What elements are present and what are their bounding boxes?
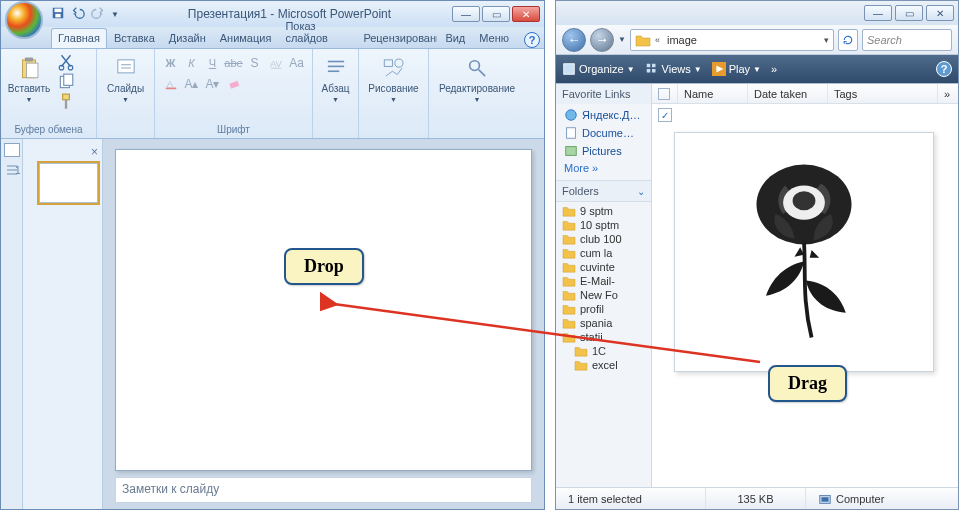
redo-icon[interactable] bbox=[91, 6, 105, 22]
play-button[interactable]: Play▼ bbox=[712, 62, 761, 76]
slide-canvas[interactable] bbox=[115, 149, 532, 471]
breadcrumb-item[interactable]: image bbox=[664, 34, 700, 46]
ex-minimize-button[interactable]: ― bbox=[864, 5, 892, 21]
folder-item[interactable]: excel bbox=[556, 358, 651, 372]
file-list[interactable]: ✓ bbox=[652, 104, 958, 487]
tab-menu[interactable]: Меню bbox=[472, 28, 516, 48]
drop-callout: Drop bbox=[284, 248, 364, 285]
close-button[interactable]: ✕ bbox=[512, 6, 540, 22]
folder-item[interactable]: 9 sptm bbox=[556, 204, 651, 218]
tab-review[interactable]: Рецензировани bbox=[356, 28, 438, 48]
folder-item[interactable]: cum la bbox=[556, 246, 651, 260]
slide-thumbnail[interactable] bbox=[39, 163, 98, 203]
favorites-more[interactable]: More » bbox=[556, 160, 651, 176]
favorite-link[interactable]: Яндекс.Д… bbox=[556, 106, 651, 124]
office-button[interactable] bbox=[5, 1, 43, 39]
bold-icon[interactable]: Ж bbox=[161, 53, 181, 73]
folder-item[interactable]: spania bbox=[556, 316, 651, 330]
favorite-link[interactable]: Pictures bbox=[556, 142, 651, 160]
editing-button[interactable]: Редактирование ▼ bbox=[433, 53, 521, 105]
notes-pane[interactable]: Заметки к слайду bbox=[115, 477, 532, 503]
help-icon[interactable]: ? bbox=[936, 61, 952, 77]
views-button[interactable]: Views▼ bbox=[645, 62, 702, 76]
folder-item[interactable]: profil bbox=[556, 302, 651, 316]
paste-button[interactable]: Вставить ▼ bbox=[5, 53, 53, 105]
tab-insert[interactable]: Вставка bbox=[107, 28, 162, 48]
underline-icon[interactable]: Ч bbox=[203, 53, 223, 73]
favorite-link[interactable]: Docume… bbox=[556, 124, 651, 142]
slides-tab-icon[interactable] bbox=[4, 143, 20, 157]
svg-point-23 bbox=[394, 59, 402, 67]
more-cols[interactable]: » bbox=[938, 84, 958, 103]
fontcolor-icon[interactable]: A bbox=[161, 74, 181, 94]
folder-item[interactable]: New Fo bbox=[556, 288, 651, 302]
svg-rect-33 bbox=[652, 69, 656, 73]
folder-item[interactable]: 1C bbox=[556, 344, 651, 358]
maximize-button[interactable]: ▭ bbox=[482, 6, 510, 22]
tab-home[interactable]: Главная bbox=[51, 28, 107, 48]
shrink-font-icon[interactable]: A▾ bbox=[203, 74, 223, 94]
folder-item[interactable]: 10 sptm bbox=[556, 218, 651, 232]
drawing-button[interactable]: Рисование ▼ bbox=[370, 53, 418, 105]
undo-icon[interactable] bbox=[71, 6, 85, 22]
slides-button[interactable]: Слайды ▼ bbox=[102, 53, 150, 105]
cut-icon[interactable] bbox=[57, 53, 75, 71]
forward-button[interactable]: → bbox=[590, 28, 614, 52]
folder-icon bbox=[635, 33, 651, 47]
strike-icon[interactable]: abe bbox=[224, 53, 244, 73]
col-checkbox[interactable] bbox=[652, 84, 678, 103]
shadow-icon[interactable]: S bbox=[245, 53, 265, 73]
refresh-button[interactable] bbox=[838, 29, 858, 51]
paragraph-button[interactable]: Абзац ▼ bbox=[317, 53, 354, 105]
minimize-button[interactable]: ― bbox=[452, 6, 480, 22]
status-bar: 1 item selected 135 KB Computer bbox=[556, 487, 958, 509]
folders-header[interactable]: Folders⌄ bbox=[556, 180, 651, 202]
grow-font-icon[interactable]: A▴ bbox=[182, 74, 202, 94]
tab-view[interactable]: Вид bbox=[438, 28, 472, 48]
ex-sidebar: Favorite Links Яндекс.Д… Docume… Picture… bbox=[556, 84, 652, 487]
close-pane-button[interactable]: × bbox=[27, 145, 98, 159]
col-date[interactable]: Date taken bbox=[748, 84, 828, 103]
file-checkbox[interactable]: ✓ bbox=[658, 108, 672, 122]
col-tags[interactable]: Tags bbox=[828, 84, 938, 103]
clear-format-icon[interactable] bbox=[224, 74, 244, 94]
status-location: Computer bbox=[806, 488, 958, 509]
quick-access-toolbar: ▼ bbox=[51, 6, 119, 22]
chevron-down-icon: ▼ bbox=[474, 96, 481, 103]
tab-design[interactable]: Дизайн bbox=[162, 28, 213, 48]
history-dropdown-icon[interactable]: ▼ bbox=[618, 35, 626, 44]
toolbar-more-button[interactable]: » bbox=[771, 63, 777, 75]
folder-item[interactable]: statii bbox=[556, 330, 651, 344]
ex-close-button[interactable]: ✕ bbox=[926, 5, 954, 21]
help-icon[interactable]: ? bbox=[524, 32, 540, 48]
svg-rect-2 bbox=[55, 14, 60, 18]
folder-item[interactable]: cuvinte bbox=[556, 260, 651, 274]
folder-item[interactable]: E-Mail- bbox=[556, 274, 651, 288]
svg-rect-37 bbox=[566, 147, 577, 156]
copy-icon[interactable] bbox=[57, 73, 75, 91]
ex-maximize-button[interactable]: ▭ bbox=[895, 5, 923, 21]
column-headers: Name Date taken Tags » bbox=[652, 84, 958, 104]
save-icon[interactable] bbox=[51, 6, 65, 22]
chevron-left-icon[interactable]: « bbox=[655, 35, 660, 45]
file-thumbnail[interactable] bbox=[674, 132, 934, 372]
organize-button[interactable]: Organize▼ bbox=[562, 62, 635, 76]
qat-dropdown-icon[interactable]: ▼ bbox=[111, 10, 119, 19]
svg-rect-42 bbox=[822, 497, 829, 501]
tab-animation[interactable]: Анимация bbox=[213, 28, 279, 48]
change-case-icon[interactable]: Aa bbox=[287, 53, 307, 73]
col-name[interactable]: Name bbox=[678, 84, 748, 103]
ex-titlebar[interactable]: ― ▭ ✕ bbox=[556, 1, 958, 25]
back-button[interactable]: ← bbox=[562, 28, 586, 52]
format-painter-icon[interactable] bbox=[57, 93, 75, 111]
thumbnail-pane[interactable]: × 1 bbox=[23, 139, 103, 509]
folder-item[interactable]: club 100 bbox=[556, 232, 651, 246]
search-input[interactable]: Search bbox=[862, 29, 952, 51]
tab-slideshow[interactable]: Показ слайдов bbox=[278, 16, 356, 48]
address-bar[interactable]: « image ▾ bbox=[630, 29, 834, 51]
chevron-down-icon: ▼ bbox=[26, 96, 33, 103]
chevron-down-icon[interactable]: ▾ bbox=[824, 35, 829, 45]
pp-titlebar[interactable]: ▼ Презентация1 - Microsoft PowerPoint ― … bbox=[1, 1, 544, 27]
char-spacing-icon[interactable]: AV bbox=[266, 53, 286, 73]
italic-icon[interactable]: К bbox=[182, 53, 202, 73]
